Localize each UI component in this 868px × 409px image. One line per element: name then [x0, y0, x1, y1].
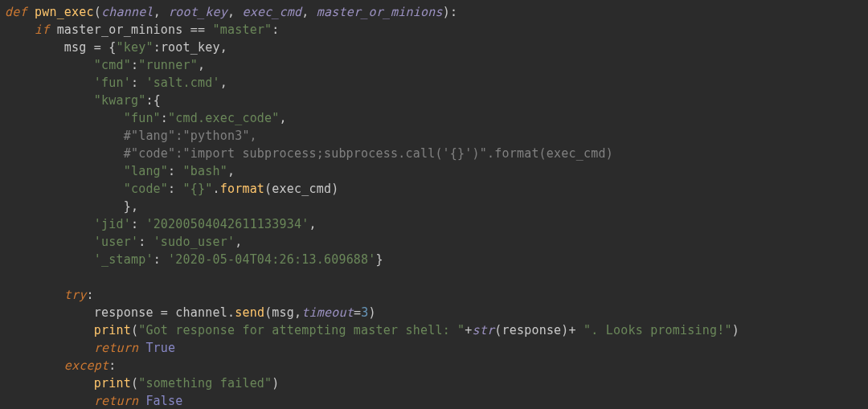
- p: .: [212, 182, 219, 196]
- k-code: "code": [5, 182, 168, 196]
- k-stamp: '_stamp': [5, 252, 154, 267]
- str-failed: "something failed": [138, 376, 272, 391]
- p: (: [131, 323, 138, 337]
- p: :: [131, 217, 145, 231]
- k-fun2: "fun": [5, 111, 161, 125]
- val-false: False: [145, 394, 182, 408]
- exec-cmd: exec_cmd: [272, 182, 331, 196]
- v-runner: "runner": [138, 58, 198, 72]
- p: (: [264, 305, 272, 320]
- v-jid: '20200504042611133934': [145, 217, 309, 231]
- v-user: 'sudo_user': [154, 235, 235, 249]
- kw-timeout: timeout: [301, 305, 354, 320]
- p: .: [227, 305, 235, 320]
- p: :: [87, 288, 94, 302]
- p: {: [154, 93, 161, 108]
- k-kwarg: "kwarg": [5, 93, 145, 108]
- op-eq: ==: [183, 22, 213, 37]
- p: ,: [309, 217, 316, 231]
- p: :: [131, 76, 145, 90]
- p: ): [272, 376, 279, 391]
- kw-def: def: [5, 5, 35, 19]
- p: ,: [227, 5, 242, 19]
- comment-code: #"code":"import subprocess;subprocess.ca…: [5, 146, 613, 161]
- param-exec-cmd: exec_cmd: [242, 5, 301, 19]
- v-salt: 'salt.cmd': [145, 76, 219, 90]
- channel-var: channel: [175, 305, 227, 320]
- op-plus: +: [569, 323, 583, 337]
- p: ,: [198, 58, 205, 72]
- k-key: "key": [116, 40, 153, 55]
- v-bash: "bash": [183, 164, 227, 178]
- fn-print: print: [94, 323, 131, 337]
- p: ,: [235, 235, 242, 249]
- val-true: True: [145, 341, 175, 355]
- op-assign: =: [94, 40, 108, 55]
- p: (: [264, 182, 272, 196]
- p: :: [108, 358, 116, 373]
- v-brace: "{}": [183, 182, 213, 196]
- k-fun: 'fun': [5, 76, 131, 90]
- p: (: [94, 5, 101, 19]
- k-cmd: "cmd": [5, 58, 131, 72]
- p: ): [561, 323, 568, 337]
- fn-format: format: [220, 182, 264, 196]
- param-channel: channel: [101, 5, 154, 19]
- kw-return: return: [5, 341, 145, 355]
- op-plus: +: [465, 323, 472, 337]
- k-jid: 'jid': [5, 217, 131, 231]
- fn-name: pwn_exec: [35, 5, 94, 19]
- p: ,: [220, 40, 227, 55]
- k-user: 'user': [5, 235, 138, 249]
- v-stamp: '2020-05-04T04:26:13.609688': [168, 252, 375, 267]
- v-exec: "cmd.exec_code": [168, 111, 279, 125]
- msg-arg: msg: [272, 305, 294, 320]
- p: ,: [301, 5, 316, 19]
- kw-except: except: [5, 358, 108, 373]
- p: ,: [227, 164, 235, 178]
- str-looks: ". Looks promising!": [583, 323, 732, 337]
- k-lang: "lang": [5, 164, 168, 178]
- p: :: [138, 235, 153, 249]
- fn-str: str: [473, 323, 495, 337]
- msg-var: msg: [5, 40, 94, 55]
- p: ,: [294, 305, 301, 320]
- p: :: [145, 93, 153, 108]
- comment-lang: #"lang":"python3",: [5, 129, 257, 143]
- str-master: "master": [213, 22, 272, 37]
- p: :: [131, 58, 138, 72]
- p: (: [131, 376, 138, 391]
- p: ,: [220, 76, 227, 90]
- p: ,: [280, 111, 287, 125]
- p: :: [168, 182, 182, 196]
- v-root: root_key: [161, 40, 220, 55]
- op-assign: =: [161, 305, 175, 320]
- p: ): [368, 305, 375, 320]
- response-arg: response: [502, 323, 562, 337]
- if-var: master_or_minions: [57, 22, 183, 37]
- p: :: [154, 252, 168, 267]
- op-eq: =: [354, 305, 361, 320]
- kw-return: return: [5, 394, 145, 408]
- p: ): [732, 323, 739, 337]
- str-got: "Got response for attempting master shel…: [138, 323, 465, 337]
- param-root-key: root_key: [168, 5, 227, 19]
- p: }: [376, 252, 383, 267]
- fn-print: print: [94, 376, 131, 391]
- close-kwarg: },: [5, 199, 138, 214]
- num-3: 3: [361, 305, 368, 320]
- p: :: [168, 164, 182, 178]
- p: (: [494, 323, 502, 337]
- p: ,: [154, 5, 168, 19]
- kw-if: if: [5, 22, 57, 37]
- code-block: def pwn_exec(channel, root_key, exec_cmd…: [0, 0, 868, 409]
- fn-send: send: [235, 305, 264, 320]
- p: ): [331, 182, 338, 196]
- param-mom: master_or_minions: [317, 5, 443, 19]
- p: :: [272, 22, 279, 37]
- p: :: [161, 111, 168, 125]
- p: :: [154, 40, 161, 55]
- indent: [5, 376, 94, 391]
- indent: [5, 323, 94, 337]
- p: ):: [443, 5, 457, 19]
